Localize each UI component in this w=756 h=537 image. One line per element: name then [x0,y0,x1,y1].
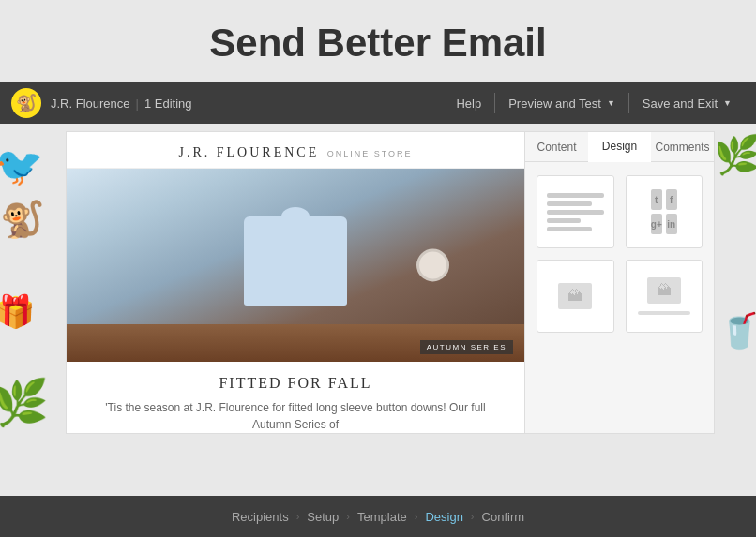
right-decoration: 🌿 🥤 [718,124,756,496]
email-workspace: J.R. FLOURENCE ONLINE STORE AUTUMN SERIE… [66,131,715,434]
hero-spool [416,249,449,282]
image-placeholder-icon: 🏔 [558,283,592,309]
email-header: J.R. FLOURENCE ONLINE STORE [67,132,524,169]
gift-deco: 🎁 [0,292,35,330]
design-tabs: Content Design Comments [525,132,714,162]
breadcrumb-confirm[interactable]: Confirm [476,510,531,524]
save-dropdown-arrow: ▼ [723,98,732,108]
tab-comments[interactable]: Comments [651,132,714,161]
plant-deco-right: 🌿 [718,133,756,177]
image-text-placeholder-icon: 🏔 [647,277,681,304]
text-line-1 [547,193,604,198]
save-label: Save and Exit [643,97,718,111]
tab-design[interactable]: Design [588,132,651,162]
email-preview: J.R. FLOURENCE ONLINE STORE AUTUMN SERIE… [66,131,525,434]
breadcrumb-setup[interactable]: Setup [301,510,344,524]
linkedin-icon: in [666,214,677,234]
navbar: 🐒 J.R. Flourence | 1 Editing Help Previe… [0,82,756,124]
hero-content [67,169,524,362]
facebook-icon: f [666,189,677,210]
breadcrumb-arrow-4: › [469,511,476,522]
image-block-preview: 🏔 [537,261,613,332]
twitter-icon: t [651,189,662,210]
breadcrumb-design[interactable]: Design [419,510,468,524]
navbar-separator: | [136,97,139,111]
breadcrumb-recipients[interactable]: Recipients [226,510,295,524]
social-content-block[interactable]: t f g+ in [626,175,703,248]
plant-deco-left: 🌿 [0,377,49,429]
text-line-under-img [638,311,690,315]
bird-deco-left: 🐦 [0,139,48,192]
text-line-5 [547,227,592,231]
email-brand-sub: ONLINE STORE [327,149,413,158]
breadcrumb-arrow-2: › [344,511,352,522]
tab-content[interactable]: Content [525,132,588,161]
email-headline: FITTED FOR FALL [67,362,524,399]
page-title-area: Send Better Email [0,0,756,82]
breadcrumb-arrow-1: › [295,511,302,522]
text-line-4 [547,218,581,223]
email-brand-name: J.R. FLOURENCE [178,145,319,159]
preview-label: Preview and Test [508,97,601,111]
image-text-block-preview: 🏔 [627,261,703,332]
page-title: Send Better Email [0,21,756,66]
google-plus-icon: g+ [651,214,662,234]
navbar-editing: 1 Editing [144,97,192,111]
email-hero-image[interactable]: AUTUMN SERIES [67,169,524,362]
breadcrumb-template[interactable]: Template [352,510,413,524]
design-panel: Content Design Comments [525,131,715,434]
mountain-icon-2: 🏔 [657,282,672,299]
help-label: Help [456,97,481,111]
hero-shirt [244,216,347,306]
text-line-3 [547,210,604,215]
image-content-block[interactable]: 🏔 [537,260,614,333]
preview-dropdown-arrow: ▼ [607,98,615,108]
navbar-brand: J.R. Flourence [51,97,130,111]
preview-test-button[interactable]: Preview and Test ▼ [495,91,628,116]
navbar-right: Help Preview and Test ▼ Save and Exit ▼ [443,91,745,116]
social-block-preview: t f g+ in [642,180,687,244]
glass-deco: 🥤 [718,311,756,351]
text-content-block[interactable] [537,175,614,248]
text-block-preview [537,184,613,241]
mailchimp-logo: 🐒 [11,88,41,118]
help-button[interactable]: Help [443,91,494,116]
design-blocks: t f g+ in 🏔 [525,162,714,346]
save-exit-button[interactable]: Save and Exit ▼ [629,91,745,116]
monkey-deco: 🐒 [0,199,44,240]
hero-overlay-label: AUTUMN SERIES [420,340,513,354]
left-decoration: 🐦 🐒 🎁 🌿 [0,124,66,496]
breadcrumb-arrow-3: › [413,511,420,522]
breadcrumb-bar: Recipients › Setup › Template › Design ›… [0,496,756,537]
mountain-icon: 🏔 [567,288,582,305]
email-body-text: 'Tis the season at J.R. Flourence for fi… [67,399,524,433]
text-line-2 [547,201,592,206]
image-text-content-block[interactable]: 🏔 [626,260,703,333]
